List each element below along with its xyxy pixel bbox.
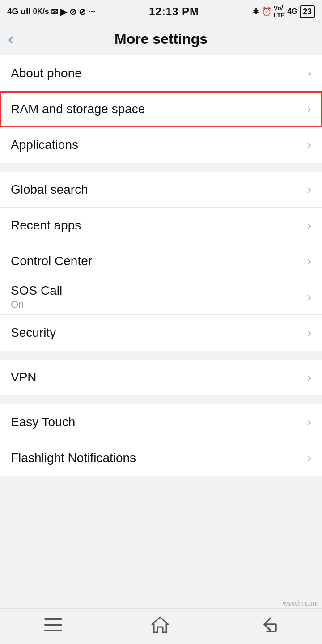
settings-item-vpn[interactable]: VPN › (0, 360, 322, 395)
sos-call-sublabel: On (11, 299, 62, 310)
section-2: Global search › Recent apps › Control Ce… (0, 172, 322, 351)
battery-indicator: 23 (300, 5, 315, 18)
easy-touch-label: Easy Touch (11, 415, 75, 429)
section-divider-3 (0, 395, 322, 404)
section-4: Easy Touch › Flashlight Notifications › (0, 404, 322, 476)
section-1: About phone › RAM and storage space › Ap… (0, 55, 322, 163)
watermark: wsxdn.com (283, 599, 318, 607)
global-search-label: Global search (11, 182, 88, 197)
about-phone-label: About phone (11, 66, 82, 80)
media-icon: ▶ (60, 7, 67, 17)
page-header: ‹ More settings (0, 23, 322, 55)
more-icon: ··· (88, 7, 95, 17)
settings-item-applications[interactable]: Applications › (0, 127, 322, 163)
lte-label: 4G (287, 7, 297, 16)
status-time: 12:13 PM (149, 5, 199, 18)
status-bar: 4G ull 0K/s ✉ ▶ ⊘ ⊘ ··· 12:13 PM ✱ ⏰ Vo/… (0, 0, 322, 23)
settings-item-recent-apps[interactable]: Recent apps › (0, 208, 322, 243)
svg-rect-2 (44, 630, 62, 631)
chevron-icon: › (307, 254, 311, 268)
page-title: More settings (114, 31, 208, 47)
chevron-icon: › (307, 182, 311, 197)
network-info: 4G (7, 7, 18, 17)
settings-item-easy-touch[interactable]: Easy Touch › (0, 404, 322, 440)
data-speed: 0K/s (33, 7, 49, 16)
settings-item-control-center[interactable]: Control Center › (0, 243, 322, 279)
section-divider-1 (0, 163, 322, 172)
back-button[interactable]: ‹ (8, 31, 13, 47)
settings-item-global-search[interactable]: Global search › (0, 172, 322, 208)
control-center-label: Control Center (11, 254, 92, 268)
back-nav-icon[interactable] (258, 616, 278, 636)
chevron-icon: › (307, 326, 311, 340)
volte-label: Vo/LTE (274, 4, 285, 19)
alarm-icon: ⏰ (262, 7, 271, 17)
recent-apps-label: Recent apps (11, 218, 81, 233)
chevron-icon: › (307, 138, 311, 152)
status-right: ✱ ⏰ Vo/LTE 4G 23 (253, 4, 315, 19)
status-left: 4G ull 0K/s ✉ ▶ ⊘ ⊘ ··· (7, 7, 95, 17)
chevron-icon: › (307, 451, 311, 465)
security-label: Security (11, 326, 56, 340)
section-3: VPN › (0, 360, 322, 395)
chevron-icon: › (307, 218, 311, 233)
settings-item-flashlight-notifications[interactable]: Flashlight Notifications › (0, 440, 322, 476)
bottom-spacer (0, 476, 322, 521)
navigation-bar (0, 608, 322, 644)
sos-call-label: SOS Call (11, 284, 62, 298)
settings-item-sos-call[interactable]: SOS Call On › (0, 279, 322, 315)
settings-item-about-phone[interactable]: About phone › (0, 55, 322, 91)
menu-icon[interactable] (44, 618, 62, 635)
whatsapp-icon: ✉ (51, 7, 58, 17)
applications-label: Applications (11, 138, 78, 152)
vpn-icon: ⊘ (69, 7, 76, 17)
chevron-icon: › (307, 66, 311, 80)
signal-bars: ull (21, 7, 30, 17)
vpn2-icon: ⊘ (79, 7, 86, 17)
flashlight-notifications-label: Flashlight Notifications (11, 451, 136, 465)
svg-rect-1 (44, 624, 62, 626)
settings-item-security[interactable]: Security › (0, 315, 322, 351)
vpn-label: VPN (11, 370, 37, 385)
chevron-icon: › (307, 370, 311, 385)
home-icon[interactable] (150, 615, 170, 637)
bluetooth-icon: ✱ (253, 7, 259, 17)
chevron-icon: › (307, 102, 311, 116)
ram-storage-label: RAM and storage space (11, 102, 145, 116)
svg-rect-0 (44, 618, 62, 620)
chevron-icon: › (307, 290, 311, 304)
chevron-icon: › (307, 415, 311, 429)
section-divider-2 (0, 351, 322, 360)
settings-item-ram-storage[interactable]: RAM and storage space › (0, 91, 322, 127)
